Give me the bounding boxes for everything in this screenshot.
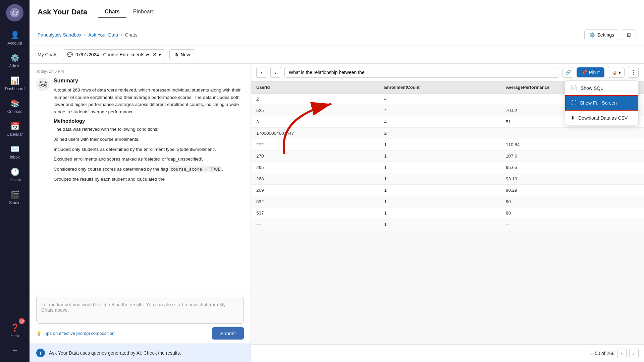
download-csv-item[interactable]: ⬇ Download Data as CSV	[565, 111, 638, 125]
tab-pinboard[interactable]: Pinboard	[126, 6, 161, 18]
methodology-heading: Methodology	[54, 118, 244, 124]
submit-button[interactable]: Submit	[212, 327, 244, 340]
tab-chats[interactable]: Chats	[98, 6, 126, 18]
pagination-prev-button[interactable]: ‹	[617, 349, 627, 358]
breadcrumb-current: Chats	[125, 32, 138, 38]
summary-heading: Summary	[54, 78, 244, 84]
data-panel: ‹ › 🔗 📌 Pin It 📊 ▾	[251, 64, 644, 362]
table-row: 2721110.84	[251, 139, 644, 150]
breadcrumb-bar: Pandalytics Sandbox › Ask Your Data › Ch…	[30, 24, 644, 46]
sql-icon: 📄	[571, 85, 577, 91]
pin-it-button[interactable]: 📌 Pin It	[577, 67, 604, 77]
breadcrumb-link-askyourdata[interactable]: Ask Your Data	[88, 32, 118, 38]
methodology-line-0: The data was retrieved with the followin…	[54, 126, 244, 133]
chart-icon: 📊	[611, 70, 617, 75]
new-chat-button[interactable]: ⊕ New	[169, 49, 195, 60]
table-row: ---1--	[251, 219, 644, 230]
admin-icon: ⚙️	[10, 54, 19, 62]
sidebar-item-help[interactable]: ❓ Help 10	[0, 319, 30, 342]
inbox-icon: ✉️	[10, 145, 19, 154]
pagination: 1–50 of 268 ‹ ›	[251, 344, 644, 362]
table-row: 1700000046014472	[251, 128, 644, 139]
more-options-button[interactable]: ⋮	[628, 67, 639, 78]
ai-notice-text: Ask Your Data uses queries generated by …	[49, 350, 181, 356]
message-content: Summary A total of 268 rows of data were…	[54, 78, 244, 185]
sidebar-item-inbox[interactable]: ✉️ Inbox	[0, 141, 30, 164]
pin-icon: 📌	[581, 70, 587, 75]
app-title: Ask Your Data	[38, 8, 87, 16]
svg-point-3	[12, 11, 13, 12]
sidebar-item-history[interactable]: 🕐 History	[0, 164, 30, 186]
nav-forward-button[interactable]: ›	[270, 67, 281, 78]
pagination-next-button[interactable]: ›	[629, 349, 639, 358]
chevron-left-icon: ‹	[261, 70, 263, 75]
courses-icon: 📚	[10, 99, 19, 108]
query-input[interactable]	[284, 67, 559, 78]
grid-button[interactable]: ⊞	[622, 29, 636, 40]
info-icon: i	[36, 349, 45, 357]
col-header-userid: UserId	[251, 81, 379, 94]
breadcrumb: Pandalytics Sandbox › Ask Your Data › Ch…	[38, 32, 137, 38]
fullscreen-icon: ⛶	[571, 100, 577, 106]
methodology-line-2: Included only students as determined by …	[54, 146, 244, 153]
chat-panel: Today, 2:45 PM 🐼 Summary A total of 268 …	[30, 64, 251, 362]
table-row: 269190.29	[251, 185, 644, 196]
sidebar-item-courses[interactable]: 📚 Courses	[0, 95, 30, 118]
data-toolbar: ‹ › 🔗 📌 Pin It 📊 ▾	[251, 64, 644, 81]
breadcrumb-sep-2: ›	[121, 32, 122, 38]
table-row: 268193.19	[251, 173, 644, 185]
app-logo	[6, 4, 23, 21]
data-panel-wrapper: ‹ › 🔗 📌 Pin It 📊 ▾	[251, 64, 644, 362]
download-icon: ⬇	[571, 115, 575, 121]
bot-message: 🐼 Summary A total of 268 rows of data we…	[36, 78, 244, 185]
help-badge: 10	[19, 318, 25, 324]
link-icon[interactable]: 🔗	[562, 67, 573, 78]
summary-text: A total of 268 rows of data were retriev…	[54, 86, 244, 115]
sidebar-item-calendar[interactable]: 📅 Calendar	[0, 118, 30, 141]
chat-toolbar: My Chats: 💬 07/01/2024 - Course Enrollme…	[30, 46, 644, 64]
chevron-down-icon: ▾	[619, 70, 621, 75]
sidebar-item-studio[interactable]: 🎬 Studio	[0, 186, 30, 209]
split-pane: Today, 2:45 PM 🐼 Summary A total of 268 …	[30, 64, 644, 362]
methodology-line-3: Excluded enrollments and scores marked a…	[54, 156, 244, 163]
sidebar-item-admin[interactable]: ⚙️ Admin	[0, 50, 30, 72]
main-content: Ask Your Data Chats Pinboard Pandalytics…	[30, 0, 644, 362]
chat-bottom-bar: 💡 Tips on effective prompt composition S…	[36, 327, 244, 340]
show-sql-item[interactable]: 📄 Show SQL	[565, 81, 638, 95]
methodology-line-1: Joined users with their course enrollmen…	[54, 136, 244, 143]
grid-icon: ⊞	[627, 32, 631, 38]
breadcrumb-sep-1: ›	[84, 32, 86, 38]
calendar-icon: 📅	[10, 122, 19, 131]
chat-selector-text: 07/01/2024 - Course Enrollments vs. S	[75, 52, 156, 57]
svg-point-4	[16, 11, 17, 12]
table-row: 537188	[251, 207, 644, 219]
tips-link[interactable]: 💡 Tips on effective prompt composition	[36, 331, 114, 336]
chat-input-box[interactable]: Let me know if you would like to refine …	[36, 297, 244, 324]
more-menu-container: ⋮ 📄 Show SQL ⛶ Show Full Screen	[628, 67, 639, 78]
chart-type-button[interactable]: 📊 ▾	[608, 67, 625, 78]
avatar: 🐼	[36, 78, 50, 91]
sidebar-item-account[interactable]: 👤 Account	[0, 27, 30, 50]
dropdown-menu: 📄 Show SQL ⛶ Show Full Screen ⬇ Download	[565, 80, 639, 125]
breadcrumb-link-sandbox[interactable]: Pandalytics Sandbox	[38, 32, 82, 38]
methodology-line-5: Grouped the results by each student and …	[54, 176, 244, 183]
nav-back-button[interactable]: ‹	[256, 67, 267, 78]
studio-icon: 🎬	[10, 190, 19, 199]
settings-button[interactable]: ⚙️ Settings	[584, 29, 619, 40]
sidebar: 👤 Account ⚙️ Admin 📊 Dashboard 📚 Courses…	[0, 0, 30, 362]
chat-selector[interactable]: 💬 07/01/2024 - Course Enrollments vs. S …	[63, 49, 165, 60]
header-tabs: Chats Pinboard	[98, 6, 161, 18]
history-icon: 🕐	[10, 168, 19, 176]
chevron-down-icon: ▾	[159, 52, 161, 57]
show-full-screen-item[interactable]: ⛶ Show Full Screen	[565, 95, 638, 111]
my-chats-label: My Chats:	[38, 52, 59, 57]
pagination-text: 1–50 of 268	[590, 351, 614, 356]
chat-messages: Today, 2:45 PM 🐼 Summary A total of 268 …	[30, 64, 251, 293]
chevron-right-icon: ›	[275, 70, 277, 75]
sidebar-collapse-button[interactable]: ←	[0, 342, 30, 358]
table-row: 265195.65	[251, 162, 644, 173]
table-row: 532190	[251, 196, 644, 207]
gear-icon: ⚙️	[589, 32, 595, 38]
sidebar-item-dashboard[interactable]: 📊 Dashboard	[0, 72, 30, 95]
svg-point-0	[10, 8, 19, 17]
